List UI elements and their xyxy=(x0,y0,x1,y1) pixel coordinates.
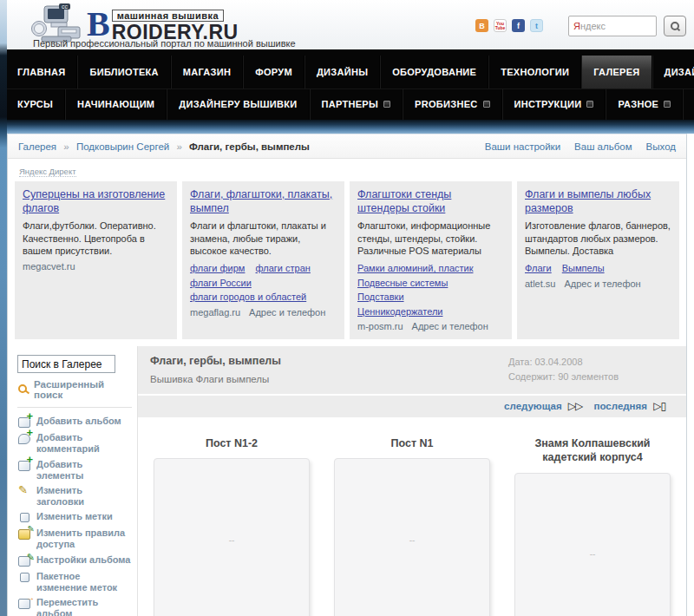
ad-body-text: Изготовление флагов, баннеров, штандарто… xyxy=(525,220,671,257)
nav-nachinayushchim[interactable]: НАЧИНАЮЩИМ xyxy=(65,89,167,120)
item-thumbnail[interactable]: -- xyxy=(154,458,310,616)
item-title: Пост N1 xyxy=(331,436,494,450)
breadcrumb-author-link[interactable]: Подковырин Сергей xyxy=(76,141,169,152)
ad-contact-link[interactable]: Адрес и телефон xyxy=(249,307,325,318)
breadcrumb-gallery-link[interactable]: Галерея xyxy=(18,141,56,152)
ad-sitelink[interactable]: Ценникодержатели xyxy=(357,305,442,319)
pagination-bar: следующая ▷▷ последняя ▷▯ xyxy=(138,396,686,417)
sidebar-divider xyxy=(17,407,132,408)
sidebar-item-add-comment[interactable]: Добавить комментарий xyxy=(17,432,132,455)
nav-galereya[interactable]: ГАЛЕРЕЯ xyxy=(581,56,651,88)
next-page-link[interactable]: следующая xyxy=(504,401,562,411)
nav-magazin[interactable]: МАГАЗИН xyxy=(171,56,243,88)
nav-probiznes[interactable]: PROБИЗНЕС xyxy=(403,89,501,120)
nav-kursy[interactable]: КУРСЫ xyxy=(5,89,65,120)
logo-subtitle: машинная вышивка xyxy=(112,10,224,22)
nav-partnery[interactable]: ПАРТНЕРЫ xyxy=(310,89,403,120)
gallery-item-3: Знамя Колпашевский кадетский корпус4 -- … xyxy=(502,436,683,616)
breadcrumb-separator: » xyxy=(176,141,181,152)
nav-raznoe[interactable]: РАЗНОЕ xyxy=(606,89,683,120)
ad-sitelink[interactable]: Флаги xyxy=(525,261,552,276)
user-album-link[interactable]: Ваш альбом xyxy=(574,141,632,152)
dropdown-indicator-icon xyxy=(383,101,390,108)
ad-block-3: Флагштоки стенды штендеры стойки Флагшто… xyxy=(350,181,512,339)
nav-oborudovanie[interactable]: ОБОРУДОВАНИЕ xyxy=(380,56,488,88)
site-tagline: Первый профессиональный портал по машинн… xyxy=(33,38,296,49)
gallery-content: Флаги, гербы, вымпелы Вышивка Флаги вымп… xyxy=(138,346,686,616)
last-page-icon[interactable]: ▷▯ xyxy=(653,400,665,412)
ad-domain-link[interactable]: megaflag.ru xyxy=(190,307,240,318)
gallery-search-input[interactable] xyxy=(17,355,115,373)
ad-sitelink[interactable]: флаги России xyxy=(190,276,252,291)
yandex-search-input[interactable]: Яндекс xyxy=(568,16,657,36)
ad-title-link[interactable]: Флагштоки стенды штендеры стойки xyxy=(357,188,504,215)
gallery-item-2: Пост N1 -- Дата: 10.06.2015 Новый « опер… xyxy=(322,436,502,616)
ad-sitelink[interactable]: Подставки xyxy=(357,290,404,305)
add-comment-icon xyxy=(17,432,34,445)
nav-tekhnologii[interactable]: ТЕХНОЛОГИИ xyxy=(488,56,581,88)
ad-sitelink[interactable]: Вымпелы xyxy=(562,261,605,276)
nav-forum[interactable]: ФОРУМ xyxy=(243,56,304,88)
sidebar-item-edit-titles[interactable]: Изменить заголовки xyxy=(17,485,132,508)
site-header: cc B машинная вышивка ROIDERY.RU Первый … xyxy=(0,0,694,49)
ad-sitelink[interactable]: Подвесные системы xyxy=(357,276,448,291)
album-settings-icon xyxy=(17,554,34,567)
logout-link[interactable]: Выход xyxy=(646,141,676,152)
user-settings-link[interactable]: Ваши настройки xyxy=(485,141,560,152)
last-page-link[interactable]: последняя xyxy=(594,401,647,411)
yandex-search-button[interactable] xyxy=(664,16,686,36)
ad-block-2: Флаги, флагштоки, плакаты, вымпел Флаги … xyxy=(182,181,344,339)
ad-contact-link[interactable]: Адрес и телефон xyxy=(564,279,640,289)
ad-sitelink[interactable]: флаги городов и областей xyxy=(190,290,306,305)
broken-image-icon: -- xyxy=(409,535,416,545)
sidebar-item-album-settings[interactable]: Настройки альбома xyxy=(17,554,132,567)
ad-domain-link[interactable]: m-posm.ru xyxy=(357,321,403,331)
sidebar-item-add-elements[interactable]: Добавить элементы xyxy=(17,459,132,482)
ad-title-link[interactable]: Флаги, флагштоки, плакаты, вымпел xyxy=(190,188,337,215)
album-date: Дата: 03.04.2008 xyxy=(508,355,619,370)
item-thumbnail[interactable]: -- xyxy=(514,473,671,616)
social-links: B You Tube f t xyxy=(475,19,543,32)
ad-sitelink[interactable]: Рамки алюминий, пластик xyxy=(357,261,474,276)
edit-titles-icon xyxy=(17,485,34,498)
twitter-icon[interactable]: t xyxy=(530,19,543,32)
nav-glavnaya[interactable]: ГЛАВНАЯ xyxy=(5,56,77,88)
advanced-search-link[interactable]: Расширенный поиск xyxy=(17,379,132,400)
ad-block-4: Флаги и вымпелы любых размеров Изготовле… xyxy=(517,181,679,339)
sidebar-item-batch-tags[interactable]: Пакетное изменение меток xyxy=(17,571,132,593)
nav-biblioteka[interactable]: БИБЛИОТЕКА xyxy=(77,56,170,88)
item-thumbnail[interactable]: -- xyxy=(334,458,490,616)
breadcrumb-current: Флаги, гербы, вымпелы xyxy=(189,141,310,152)
ad-domain-link[interactable]: megacvet.ru xyxy=(23,261,75,272)
nav-dizaynery[interactable]: ДИЗАЙНЕРЫ xyxy=(652,56,694,88)
ad-sitelinks: Флаги Вымпелы xyxy=(525,261,671,276)
magnifier-icon xyxy=(17,383,30,396)
sidebar-item-add-album[interactable]: Добавить альбом xyxy=(17,416,132,429)
dropdown-indicator-icon xyxy=(586,101,593,108)
sidebar-item-edit-access[interactable]: Изменить правила доступа xyxy=(17,528,132,550)
ad-sitelink[interactable]: флаги фирм xyxy=(190,261,245,276)
ad-sitelink[interactable]: флаги стран xyxy=(256,261,311,276)
sidebar-item-move-album[interactable]: Переместить альбом xyxy=(17,597,132,616)
ad-contact-link[interactable]: Адрес и телефон xyxy=(412,321,488,331)
blogger-icon[interactable]: B xyxy=(475,19,488,32)
sidebar-item-edit-tags[interactable]: Изменить метки xyxy=(17,511,132,524)
youtube-icon[interactable]: You Tube xyxy=(494,19,507,32)
item-title: Знамя Колпашевский кадетский корпус4 xyxy=(511,436,674,465)
ad-domain-link[interactable]: atlet.su xyxy=(525,279,555,289)
ad-block-1: Суперцены на изготовление флагов Флаги,ф… xyxy=(15,181,177,339)
nav-dizayny[interactable]: ДИЗАЙНЫ xyxy=(304,56,380,88)
header-search: Яндекс xyxy=(568,16,686,36)
ad-body-text: Флагштоки, информационные стенды, штенде… xyxy=(357,220,504,257)
facebook-icon[interactable]: f xyxy=(512,19,525,32)
user-links: Ваши настройки Ваш альбом Выход xyxy=(485,141,676,152)
next-page-icon[interactable]: ▷▷ xyxy=(568,400,582,412)
nav-o-nas[interactable]: О НАС xyxy=(683,89,694,120)
nav-dizayneru-vyshivki[interactable]: ДИЗАЙНЕРУ ВЫШИВКИ xyxy=(167,89,309,120)
ad-title-link[interactable]: Флаги и вымпелы любых размеров xyxy=(525,188,671,215)
nav-instruktsii[interactable]: ИНСТРУКЦИИ xyxy=(502,89,606,120)
nav-row-1: ГЛАВНАЯ БИБЛИОТЕКА МАГАЗИН ФОРУМ ДИЗАЙНЫ… xyxy=(0,56,694,89)
item-title: Пост N1-2 xyxy=(150,436,313,450)
ad-title-link[interactable]: Суперцены на изготовление флагов xyxy=(23,188,169,215)
dropdown-indicator-icon xyxy=(664,101,671,108)
